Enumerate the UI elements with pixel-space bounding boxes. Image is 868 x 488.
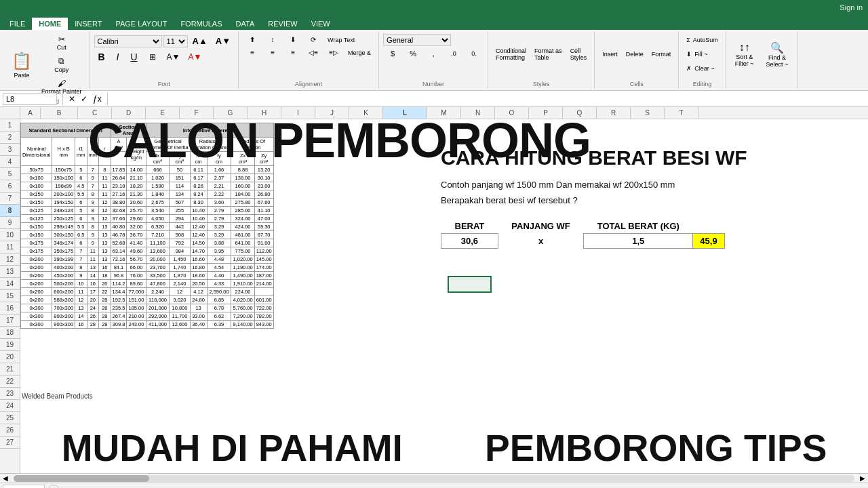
formula-input[interactable] [113,95,865,103]
table-cell[interactable]: 13 [99,223,111,231]
table-cell[interactable]: 224.00 [231,288,254,296]
table-cell[interactable]: 32.00 [127,223,146,231]
table-cell[interactable]: 255 [170,207,190,215]
table-cell[interactable]: 11 [87,256,99,264]
table-cell[interactable]: 192.5 [111,296,127,304]
align-right-btn[interactable]: ≡ [283,47,302,58]
table-cell[interactable]: 6,320 [146,223,170,231]
table-cell[interactable]: 23,700 [146,264,170,272]
row-15[interactable]: 15 [0,290,20,302]
table-cell[interactable]: 424.00 [231,223,254,231]
table-cell[interactable]: 20 [99,280,111,288]
table-cell[interactable]: 36.40 [190,321,207,329]
table-cell[interactable]: 67.70 [254,231,273,239]
table-cell[interactable]: 601.00 [254,296,273,304]
table-cell[interactable]: 67.60 [254,199,273,207]
table-cell[interactable]: 20,000 [146,256,170,264]
table-cell[interactable]: 7 [87,182,99,190]
table-cell[interactable]: 0x200 [21,288,52,296]
table-cell[interactable]: 0x200 [21,296,52,304]
table-cell[interactable]: 9 [87,239,99,247]
table-cell[interactable]: 900x300 [52,321,75,329]
table-cell[interactable]: 4.40 [207,272,231,280]
table-cell[interactable]: 13 [99,256,111,264]
table-cell[interactable]: 24 [87,304,99,312]
table-cell[interactable]: 792 [170,239,190,247]
table-cell[interactable]: 300x150 [52,231,75,239]
row-23[interactable]: 23 [0,388,20,400]
table-cell[interactable]: 0x175 [21,239,52,247]
table-cell[interactable]: 298x149 [52,223,75,231]
insert-function-btn[interactable]: ƒx [93,94,102,104]
table-cell[interactable]: 160.00 [231,182,254,190]
table-cell[interactable]: 9 [87,199,99,207]
table-cell[interactable]: 13 [190,304,207,312]
italic-button[interactable]: I [111,49,125,64]
fill-btn[interactable]: ⬇ Fill ~ [683,49,722,60]
table-cell[interactable]: 185.00 [127,304,146,312]
table-cell[interactable]: 9 [87,174,99,182]
table-cell[interactable]: 18 [99,272,111,280]
table-cell[interactable]: 23.18 [111,182,127,190]
table-cell[interactable]: 11 [99,190,111,199]
table-cell[interactable]: 50x75 [21,166,52,174]
table-cell[interactable]: 26.84 [111,174,127,182]
table-row[interactable]: 0x300700x300132428235.5185.00201,00010,8… [21,304,274,312]
total-value[interactable]: 45,9 [693,234,724,249]
table-cell[interactable]: 63.14 [111,247,127,256]
table-row[interactable]: 0x150194x150691238.8030.602,6755078.303.… [21,199,274,207]
table-cell[interactable]: 500x200 [52,280,75,288]
font-size-select[interactable]: 11 [163,35,188,47]
table-cell[interactable]: 9,020 [170,296,190,304]
table-cell[interactable]: 4.48 [207,256,231,264]
table-cell[interactable]: 6.17 [190,174,207,182]
table-cell[interactable]: 46.78 [111,231,127,239]
tab-review[interactable]: REVIEW [261,18,304,30]
table-cell[interactable]: 26.80 [254,190,273,199]
table-cell[interactable]: 1,020.00 [231,256,254,264]
tab-home[interactable]: HOME [32,18,68,30]
table-cell[interactable]: 5,760.00 [231,304,254,312]
tab-insert[interactable]: INSERT [68,18,108,30]
table-cell[interactable]: 2,590.00 [207,288,231,296]
table-cell[interactable]: 324.00 [231,215,254,223]
format-cells-btn[interactable]: Format [648,45,675,64]
table-cell[interactable]: 30.60 [127,199,146,207]
tab-file[interactable]: FILE [3,18,32,30]
row-11[interactable]: 11 [0,241,20,253]
indent-decrease-btn[interactable]: ◁≡ [304,47,323,58]
table-cell[interactable]: 0x300 [21,304,52,312]
table-cell[interactable]: 12,600 [170,321,190,329]
number-format-select[interactable]: General [383,34,451,46]
table-cell[interactable]: 0x300 [21,312,52,321]
table-cell[interactable]: 0x200 [21,256,52,264]
table-cell[interactable]: 33,500 [146,272,170,280]
tab-view[interactable]: VIEW [304,18,337,30]
table-row[interactable]: 0x150300x1506.591346.7836.707,21050812.4… [21,231,274,239]
table-cell[interactable]: 12 [170,288,190,296]
table-cell[interactable]: 32.68 [111,207,127,215]
row-4[interactable]: 4 [0,156,20,168]
insert-cells-btn[interactable]: Insert [599,45,621,64]
row-6[interactable]: 6 [0,180,20,192]
align-bottom-btn[interactable]: ⬇ [283,34,302,45]
h-scrollbar[interactable]: ◀ ▶ [0,473,868,483]
border-button[interactable]: ⊞ [143,50,162,64]
table-cell[interactable]: 984 [170,247,190,256]
table-cell[interactable]: 41.40 [127,239,146,247]
row-26[interactable]: 26 [0,424,20,436]
table-cell[interactable]: 18.60 [190,272,207,280]
table-cell[interactable]: 722.00 [254,304,273,312]
table-cell[interactable]: 6.85 [207,296,231,304]
cells-area[interactable]: CALON PEMBORONG Standard Sectional Dimen… [20,119,868,473]
table-cell[interactable]: 3.95 [207,247,231,256]
table-cell[interactable]: 12 [99,199,111,207]
table-cell[interactable]: 11 [99,182,111,190]
indent-increase-btn[interactable]: ≡▷ [324,47,343,58]
col-d[interactable]: D [112,107,146,119]
format-table-btn[interactable]: Format asTable [531,45,566,64]
conditional-format-btn[interactable]: ConditionalFormatting [492,45,530,64]
table-cell[interactable]: 184.00 [231,190,254,199]
table-cell[interactable]: 210.00 [127,312,146,321]
table-cell[interactable]: 84.1 [111,264,127,272]
